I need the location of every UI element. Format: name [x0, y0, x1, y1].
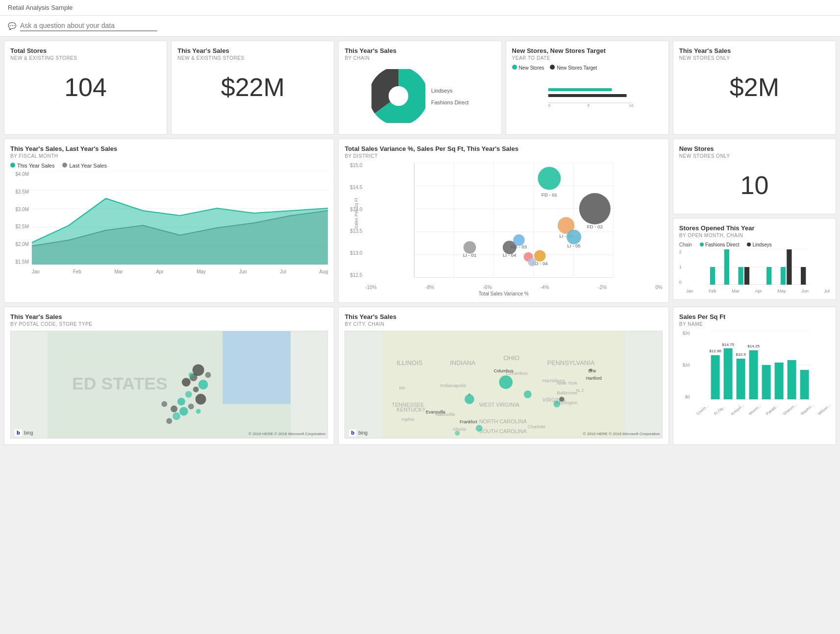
svg-point-77	[173, 412, 180, 420]
card-new-stores-count: New Stores NEW STORES ONLY 10	[673, 139, 836, 214]
city-subtitle: BY CITY, CHAIN	[345, 321, 662, 327]
scatter-svg: FD - 01 FD - 02 LI - 03 LI - 04 LI - 01	[365, 163, 662, 278]
svg-point-41	[567, 230, 581, 244]
svg-rect-125	[723, 348, 732, 399]
svg-text:mphis: mphis	[402, 416, 415, 422]
svg-rect-131	[800, 370, 809, 399]
svg-point-112	[560, 397, 565, 402]
scatter-x-label: Total Sales Variance %	[345, 291, 662, 296]
svg-rect-129	[774, 363, 783, 399]
line-chart: $4.0M$3.5M$3.0M$2.5M$2.0M$1.5M	[10, 171, 328, 274]
opened-legend: Chain Fashions Direct Lindseys	[679, 242, 830, 247]
svg-text:5: 5	[587, 103, 590, 108]
sqft-chart: $20$10$0 $12.86 $14.75 $10.9 $14.25	[679, 331, 830, 414]
card-fiscal-month: This Year's Sales, Last Year's Sales BY …	[4, 139, 334, 303]
qa-input[interactable]	[20, 21, 157, 31]
svg-text:FD - 02: FD - 02	[587, 224, 603, 229]
card-city-chain: This Year's Sales BY CITY, CHAIN ILLINOI…	[338, 307, 668, 445]
svg-point-67	[185, 391, 192, 398]
svg-text:OHIO: OHIO	[504, 354, 520, 362]
svg-rect-126	[736, 359, 745, 399]
legend-chain: Chain	[679, 242, 692, 247]
svg-rect-55	[781, 267, 786, 285]
total-stores-subtitle: NEW & EXISTING STORES	[10, 55, 161, 61]
svg-rect-56	[787, 249, 791, 285]
svg-point-109	[465, 394, 474, 404]
postal-copyright: © 2016 HERE © 2016 Microsoft Corporation	[248, 432, 325, 436]
svg-point-108	[499, 375, 513, 389]
svg-text:Indianapolis: Indianapolis	[441, 383, 467, 388]
svg-rect-124	[711, 355, 719, 399]
svg-point-116	[469, 393, 470, 395]
bing-logo-city: b bing	[349, 429, 368, 436]
postal-subtitle: BY POSTAL CODE, STORE TYPE	[10, 321, 328, 327]
svg-point-37	[464, 241, 476, 254]
sales-new-value: $2M	[679, 65, 830, 110]
svg-rect-53	[744, 267, 749, 285]
svg-text:LI - 04: LI - 04	[503, 252, 517, 258]
legend-li: Lindseys	[747, 242, 771, 247]
svg-text:INDIANA: INDIANA	[450, 359, 476, 366]
svg-point-78	[166, 418, 172, 424]
fiscal-title: This Year's Sales, Last Year's Sales	[10, 145, 328, 152]
sales-new-subtitle: NEW STORES ONLY	[679, 55, 830, 61]
target-svg: 0 5 10	[512, 78, 663, 108]
svg-point-2	[389, 86, 408, 106]
total-stores-title: Total Stores	[10, 47, 161, 54]
pie-svg	[371, 69, 425, 123]
legend-target: New Stores Target	[550, 65, 597, 71]
scatter-chart: $15.0$14.5$14.0$13.5$13.0$12.5	[345, 163, 662, 290]
card-variance: Total Sales Variance %, Sales Per Sq Ft,…	[338, 139, 668, 303]
svg-point-69	[205, 372, 211, 378]
svg-rect-128	[762, 365, 770, 399]
svg-point-76	[161, 401, 167, 407]
bing-logo-postal: b bing	[15, 429, 33, 436]
svg-text:10: 10	[629, 103, 633, 108]
sales-new-title: This Year's Sales	[679, 47, 830, 54]
chain-label-fashions: Fashions Direct	[431, 99, 469, 105]
svg-point-110	[524, 390, 532, 398]
svg-text:TENNESSEE: TENNESSEE	[392, 402, 424, 408]
svg-rect-52	[738, 267, 743, 285]
svg-point-115	[590, 368, 593, 371]
svg-point-46	[528, 258, 536, 266]
legend-new-stores: New Stores	[512, 65, 544, 71]
new-stores-title: New Stores	[679, 145, 830, 152]
svg-point-43	[534, 250, 546, 262]
sales-chain-subtitle: BY CHAIN	[345, 55, 495, 61]
legend-last-year: Last Year Sales	[62, 163, 106, 169]
card-sales-by-chain: This Year's Sales BY CHAIN Lindseys Fas	[338, 41, 501, 135]
svg-text:SOUTH CAROLINA: SOUTH CAROLINA	[479, 428, 527, 434]
svg-text:Evansville: Evansville	[426, 410, 445, 415]
nst-title: New Stores, New Stores Target	[512, 47, 663, 54]
postal-title: This Year's Sales	[10, 313, 328, 320]
svg-point-68	[196, 394, 206, 405]
sales-ne-value: $22M	[177, 65, 328, 110]
svg-text:Hartford: Hartford	[586, 376, 602, 381]
svg-rect-51	[724, 249, 729, 285]
svg-text:Baltimore: Baltimore	[557, 390, 578, 395]
line-chart-svg	[32, 171, 328, 265]
card-stores-opened: Stores Opened This Year BY OPEN MONTH, C…	[673, 218, 836, 300]
postal-map: ED STATES	[10, 331, 328, 439]
new-stores-value: 10	[679, 163, 830, 208]
app-title: Retail Analysis Sample	[8, 4, 73, 11]
total-stores-value: 104	[10, 65, 161, 110]
svg-text:ED STATES: ED STATES	[72, 374, 168, 393]
card-sales-new-only: This Year's Sales NEW STORES ONLY $2M	[673, 41, 836, 135]
opened-bar-svg	[686, 249, 830, 285]
svg-point-70	[189, 372, 194, 377]
fiscal-subtitle: BY FISCAL MONTH	[10, 153, 328, 159]
card-sales-per-sqft: Sales Per Sq Ft BY NAME $20$10$0 $12.86 …	[673, 307, 836, 445]
sales-chain-title: This Year's Sales	[345, 47, 495, 54]
svg-text:Frankfort: Frankfort	[460, 419, 477, 424]
svg-text:PENNSYLVANIA: PENNSYLVANIA	[547, 359, 595, 366]
svg-rect-127	[749, 350, 758, 399]
opened-title: Stores Opened This Year	[679, 224, 830, 232]
city-map-svg: ILLINOIS INDIANA OHIO PENNSYLVANIA IRI N…	[345, 331, 662, 438]
svg-text:$14.75: $14.75	[722, 342, 734, 347]
svg-text:Atlanta: Atlanta	[453, 427, 467, 432]
svg-text:LI - 01: LI - 01	[463, 252, 476, 258]
svg-point-71	[177, 398, 185, 406]
svg-point-114	[455, 431, 460, 436]
